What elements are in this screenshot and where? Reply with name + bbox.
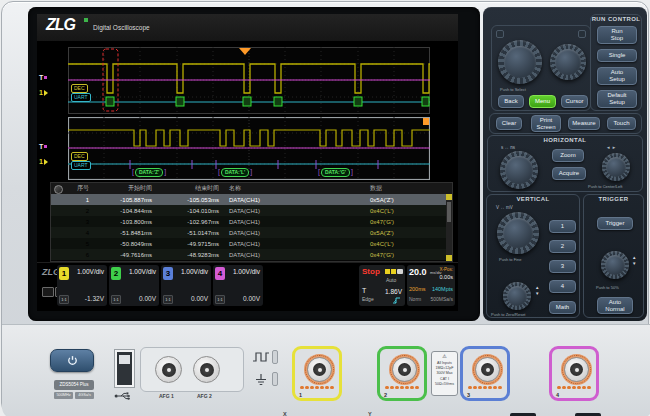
timebase-range-label: s ↔ ns [501,145,515,150]
trigger-level-knob[interactable] [601,251,629,279]
cursor-button[interactable]: Cursor [561,95,588,108]
run-state: Stop [362,267,380,276]
ch1-input-bnc[interactable]: 1 [292,346,342,401]
knob-select-hint: Push to Select [500,87,526,92]
ch3-button[interactable]: 3 [549,260,576,273]
acquire-button[interactable]: Acquire [552,167,586,180]
single-button[interactable]: Single [597,49,637,62]
touch-button[interactable]: Touch [607,117,636,130]
bnc-pin [575,368,579,372]
zoom-button[interactable]: Zoom [552,149,584,162]
probe-comp-ground-pad[interactable] [272,372,278,386]
multifunction-knob-a[interactable] [498,40,542,84]
table-row[interactable]: 5-50.8049ms-49.9715msDATA(CH1)0x4C('L') [51,238,452,249]
run-control-section: RUN CONTROL Run Stop Single Auto Setup D… [590,14,642,111]
ch1-button[interactable]: 1 [549,220,576,233]
print-screen-button[interactable]: Print Screen [531,115,561,132]
timebase-value: 20.0 [409,267,427,277]
ch1-position-marker[interactable]: 1 [39,89,48,96]
timebase-status[interactable]: 20.0 ms/div X-Pos: 0.00s 200ms 140Mpts N… [407,265,455,306]
ch2-button[interactable]: 2 [549,240,576,253]
auto-normal-button[interactable]: Auto Normal [597,297,633,314]
xpos-label: X-Pos: [439,267,453,272]
uart-bus-badge-zoom[interactable]: UART [71,161,91,170]
ch4-status[interactable]: 41:1 1.00V/div0.00V [213,265,263,306]
uart-bus-badge[interactable]: UART [71,93,91,102]
ch3-input-bnc[interactable]: 3 [460,346,510,401]
sample-rate: 500MSa/s [430,296,453,302]
trig-level: 1.86V [385,288,402,295]
trigger-tick-icon [44,145,47,148]
auto-setup-button[interactable]: Auto Setup [597,67,637,85]
run-stop-button[interactable]: Run Stop [597,26,637,44]
model-label: ZDS5054 Plus [54,380,94,390]
vertical-scale-knob[interactable] [497,212,539,254]
back-button[interactable]: Back [498,95,524,108]
uart-data-tag: [DATA:'Z'] [132,167,166,177]
waveform-main-plot [68,47,430,114]
dec-bus-badge-zoom[interactable]: DEC [71,152,88,161]
volt-range-label: V ↔ mV [496,205,513,210]
power-button[interactable] [50,349,94,372]
afg2-bnc-connector[interactable] [193,356,220,383]
horizontal-scale-knob[interactable] [500,151,538,189]
ch2-input-bnc[interactable]: 2 [377,346,427,401]
ground-icon [253,373,269,387]
scroll-up-icon[interactable] [446,194,452,200]
math-button[interactable]: Math [549,301,576,314]
edge-slope-icon [392,296,401,305]
screen: ZLG Digital Oscilloscope [37,14,458,311]
trigger-level-marker[interactable]: T [39,74,47,81]
default-setup-button[interactable]: Default Setup [597,90,637,108]
trigger-title: TRIGGER [584,196,643,202]
ch2-status[interactable]: 21:1 1.00V/div0.00V [109,265,159,306]
warning-icon: ⚠ [442,353,446,359]
trigger-level-marker-zoom[interactable]: T [39,143,47,150]
run-control-title: RUN CONTROL [591,16,641,22]
table-row[interactable]: 1-105.887ms-105.053msDATA(CH1)0x5A('Z') [51,194,452,205]
menu-button[interactable]: Menu [529,95,556,108]
ch4-button[interactable]: 4 [549,280,576,293]
bnc-pin [205,368,209,372]
ch1-position-marker-zoom[interactable]: 1 [39,158,48,165]
screen-subtitle: Digital Oscilloscope [93,24,150,31]
ch4-input-bnc[interactable]: 4 [549,346,599,401]
table-row[interactable]: 4-51.8481ms-51.0147msDATA(CH1)0x5A('Z') [51,227,452,238]
table-row[interactable]: 3-103.800ms-102.967msDATA(CH1)0x47('G') [51,216,452,227]
multifunction-knob-b[interactable] [550,44,586,80]
afg1-bnc-connector[interactable] [155,356,182,383]
bnc-pin [486,368,490,372]
col-data: 数据 [356,184,452,193]
table-row[interactable]: 6-49.7616ms-48.9283msDATA(CH1)0x47('G') [51,249,452,260]
horizontal-title: HORIZONTAL [488,137,642,143]
trigger-status[interactable]: Stop Auto T Edge 1.86V [359,265,405,306]
clear-button[interactable]: Clear [496,117,522,130]
acq-mode: Norm [409,296,421,302]
measure-button[interactable]: Measure [568,117,600,130]
bnc-pin [318,368,322,372]
vpos-arrows-label: ▲ ▼ [535,285,539,297]
multifunction-section: Push to Select Back Menu Cursor [491,25,591,111]
table-menu-icon[interactable] [54,185,63,194]
scroll-down-icon[interactable] [446,255,452,261]
ch3-status[interactable]: 31:1 1.00V/div0.00V [161,265,211,306]
probe-comp-pad[interactable] [272,350,278,364]
waveform-main[interactable] [68,47,430,114]
vertical-position-knob[interactable] [503,282,531,310]
usb-port[interactable] [115,350,134,387]
table-row[interactable]: 2-104.844ms-104.010msDATA(CH1)0x4C('L') [51,205,452,216]
zero-hint: Push to Zero/Reset [491,312,525,317]
probe-sense-pins [557,386,591,390]
scroll-thumb[interactable] [447,202,451,222]
ch1-status[interactable]: 11:1 1.00V/div-1.32V [57,265,107,306]
screen-header: ZLG Digital Oscilloscope [37,14,458,41]
horizontal-position-knob[interactable] [602,153,630,181]
trigger-menu-button[interactable]: Trigger [597,217,633,230]
device-body: ZLG Digital Oscilloscope [1,1,649,415]
hpos-knob-hint: Push to Center/Left [588,184,622,189]
status-bar: ZLG® 11:1 1.00V/div-1.32V 21:1 1.00V/div… [37,262,458,311]
bnc-pin [403,368,407,372]
table-scrollbar[interactable] [446,194,452,261]
dec-bus-badge[interactable]: DEC [71,84,88,93]
display-mode-icon[interactable] [42,287,54,297]
